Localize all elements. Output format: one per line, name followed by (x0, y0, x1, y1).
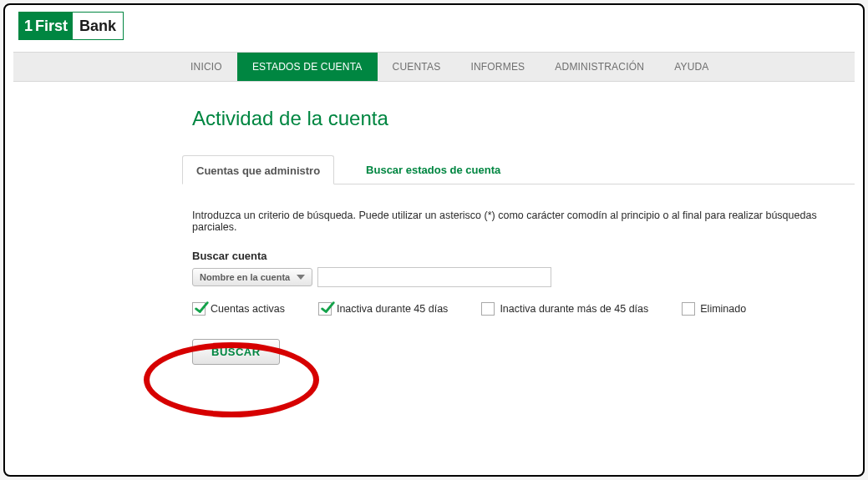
filter-inactiva-mas-45[interactable]: Inactiva durante más de 45 días (481, 302, 648, 316)
brand-logo: 1 First Bank (18, 12, 124, 40)
search-row: Nombre en la cuenta (192, 267, 855, 287)
search-button[interactable]: BUSCAR (192, 339, 280, 365)
filter-row: Cuentas activas Inactiva durante 45 días… (192, 302, 855, 316)
filter-eliminado[interactable]: Eliminado (682, 302, 746, 316)
nav-estados-de-cuenta[interactable]: ESTADOS DE CUENTA (237, 53, 378, 81)
filter-cuentas-activas[interactable]: Cuentas activas (192, 302, 285, 316)
nav-left-spacer (13, 53, 175, 81)
checkbox-inactiva-mas-45[interactable] (481, 302, 495, 316)
intro-text: Introduzca un criterio de búsqueda. Pued… (192, 210, 855, 233)
chevron-down-icon (297, 275, 305, 280)
main-content: Actividad de la cuenta Cuentas que admin… (13, 82, 855, 365)
search-input[interactable] (317, 267, 551, 287)
filter-label: Eliminado (700, 303, 746, 315)
logo-digit: 1 (24, 18, 33, 35)
filter-label: Inactiva durante más de 45 días (500, 303, 648, 315)
app-window: 1 First Bank INICIO ESTADOS DE CUENTA CU… (3, 3, 865, 477)
nav-ayuda[interactable]: AYUDA (659, 53, 723, 81)
tab-cuentas-administro[interactable]: Cuentas que administro (182, 155, 334, 184)
logo-first: First (35, 18, 68, 35)
main-nav: INICIO ESTADOS DE CUENTA CUENTAS INFORME… (13, 52, 855, 82)
filter-label: Cuentas activas (211, 303, 285, 315)
tab-buscar-estados[interactable]: Buscar estados de cuenta (353, 155, 514, 184)
nav-inicio[interactable]: INICIO (175, 53, 237, 81)
nav-informes[interactable]: INFORMES (455, 53, 540, 81)
checkbox-cuentas-activas[interactable] (192, 302, 206, 316)
search-section-label: Buscar cuenta (192, 250, 855, 262)
page-title: Actividad de la cuenta (192, 107, 855, 130)
filter-inactiva-45[interactable]: Inactiva durante 45 días (318, 302, 448, 316)
search-criterion-dropdown[interactable]: Nombre en la cuenta (192, 268, 312, 286)
check-icon (194, 300, 209, 316)
check-icon (320, 300, 335, 316)
logo-bank-segment: Bank (73, 13, 123, 39)
filter-label: Inactiva durante 45 días (337, 303, 448, 315)
nav-cuentas[interactable]: CUENTAS (378, 53, 456, 81)
checkbox-inactiva-45[interactable] (318, 302, 332, 316)
dropdown-selected-label: Nombre en la cuenta (200, 272, 290, 282)
nav-administracion[interactable]: ADMINISTRACIÓN (540, 53, 659, 81)
tabs-row: Cuentas que administro Buscar estados de… (182, 155, 855, 184)
checkbox-eliminado[interactable] (682, 302, 695, 316)
logo-green-segment: 1 First (19, 13, 73, 39)
